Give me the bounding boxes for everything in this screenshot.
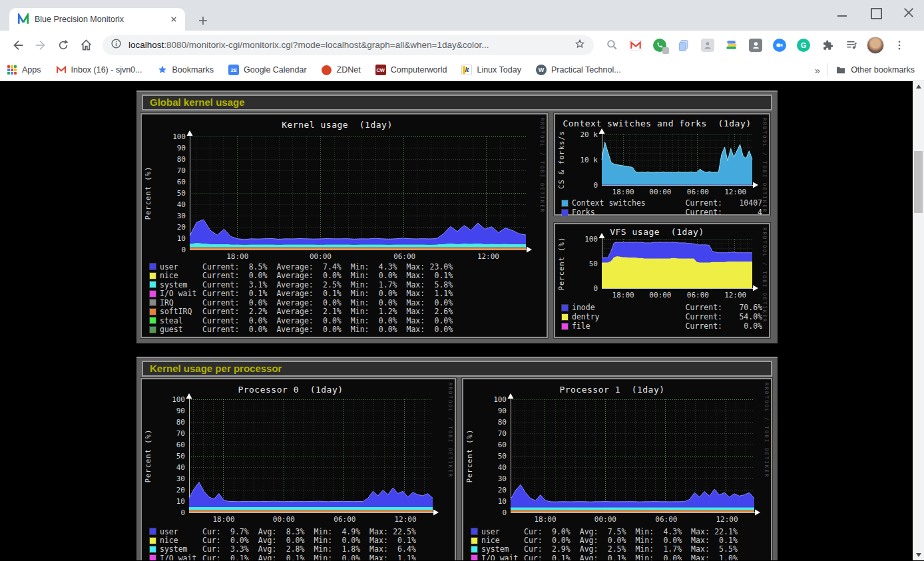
y-tick-label: 30 — [483, 474, 507, 483]
window-maximize-icon[interactable] — [868, 5, 883, 20]
legend-stat-value: 0.1% — [276, 554, 304, 560]
legend-stat-value: 0.1% — [388, 536, 416, 545]
scrollbar-thumb[interactable] — [914, 151, 923, 213]
window-minimize-icon[interactable] — [835, 5, 849, 20]
legend-stat-value: 0.1% — [221, 554, 249, 560]
bookmark-zdnet[interactable]: ZDNet — [322, 65, 361, 75]
legend-stat-label: Min: — [635, 527, 654, 536]
bookmark-linux-today[interactable]: lt Linux Today — [461, 65, 521, 75]
address-bar[interactable]: localhost:8080/monitorix-cgi/monitorix.c… — [103, 35, 594, 55]
legend-stat-value: 2.6% — [425, 307, 453, 316]
legend-stat-label: Avg: — [580, 554, 598, 560]
playlist-extension-icon[interactable] — [841, 35, 861, 55]
processor-0-graph[interactable]: Processor 0 (1day)RRDTOOL / TOBI OETIKER… — [140, 378, 456, 560]
legend-series-name: guest — [160, 325, 202, 334]
chart-legend: inodeCurrent:70.6%dentryCurrent:54.0%fil… — [562, 303, 762, 331]
gmail-extension-icon[interactable] — [626, 35, 646, 55]
plot-area[interactable] — [185, 393, 439, 519]
back-icon[interactable] — [7, 34, 29, 57]
browser-tab[interactable]: Blue Precision Monitorix — [9, 8, 185, 31]
legend-swatch — [562, 305, 568, 311]
scrollbar-down-icon[interactable] — [913, 550, 924, 560]
legend-stat-value: 23.0% — [425, 262, 453, 272]
home-icon[interactable] — [75, 34, 97, 57]
bookmark-computerworld[interactable]: CW Computerworld — [375, 65, 447, 75]
legend-stat-value: 0.0% — [543, 536, 571, 545]
chart-legend: userCurrent:8.5%Average:7.4%Min:4.3%Max:… — [150, 262, 539, 334]
legend-stat-label: Min: — [635, 544, 654, 554]
bookmarks-overflow-chevron[interactable]: » — [808, 65, 827, 76]
page-scrollbar[interactable] — [913, 81, 924, 560]
copy-pages-extension-icon[interactable] — [674, 35, 694, 55]
vfs-usage-graph[interactable]: VFS usage (1day)RRDTOOL / TOBI OETIKERPe… — [554, 223, 770, 338]
legend-series-name: nice — [481, 536, 524, 545]
legend-stat-value: 0.0% — [425, 298, 453, 307]
new-tab-button[interactable] — [194, 12, 212, 29]
bookmark-star-icon[interactable] — [574, 38, 586, 53]
search-extension-icon[interactable] — [602, 35, 622, 55]
context-switches-graph[interactable]: Context switches and forks (1day)RRDTOOL… — [554, 113, 770, 216]
reload-icon[interactable] — [52, 34, 75, 57]
legend-stat-value: 22.1% — [710, 527, 738, 536]
profile-avatar[interactable] — [865, 35, 885, 55]
legend-stat-label: Cur: — [524, 527, 543, 536]
bookmark-bookmarks[interactable]: Bookmarks — [157, 65, 214, 75]
y-axis-label: CS & forks/s — [557, 130, 565, 189]
legend-row: systemCurrent:3.1%Average:2.5%Min:1.7%Ma… — [150, 280, 539, 289]
page-info-icon[interactable] — [111, 38, 122, 52]
legend-stat-value: 5.5% — [710, 544, 738, 554]
processor-1-graph[interactable]: Processor 1 (1day)RRDTOOL / TOBI OETIKER… — [462, 378, 772, 560]
plot-area[interactable] — [598, 128, 759, 192]
forward-icon[interactable] — [29, 34, 52, 57]
bookmark-practical-technology[interactable]: W Practical Technol... — [536, 65, 621, 75]
window-close-icon[interactable] — [901, 5, 916, 20]
books-extension-icon[interactable] — [722, 35, 742, 55]
y-tick-label: 20 — [483, 486, 507, 494]
browser-menu-icon[interactable] — [889, 35, 909, 55]
legend-swatch — [471, 528, 477, 534]
plot-area[interactable] — [186, 130, 533, 256]
bookmarks-bar: Apps Inbox (16) - sjvn0... Bookmarks 28 … — [0, 59, 924, 81]
bookmark-google-calendar[interactable]: 28 Google Calendar — [228, 65, 307, 75]
legend-stat-value: 0.1% — [425, 271, 453, 280]
legend-stat-value: 8.3% — [276, 527, 304, 536]
zoom-extension-icon[interactable] — [770, 35, 790, 55]
plot-area[interactable] — [507, 393, 761, 519]
url-text: localhost:8080/monitorix-cgi/monitorix.c… — [128, 40, 574, 50]
legend-swatch — [471, 555, 477, 560]
rrdtool-watermark: RRDTOOL / TOBI OETIKER — [762, 118, 768, 213]
legend-stat-label: Average: — [276, 316, 313, 325]
other-bookmarks-button[interactable]: Other bookmarks — [835, 65, 915, 75]
section-title: Kernel usage per processor — [142, 361, 772, 377]
bookmark-inbox[interactable]: Inbox (16) - sjvn0... — [56, 65, 142, 75]
legend-stat-value: 4.3% — [654, 527, 682, 536]
legend-stat-label: Max: — [406, 262, 425, 272]
legend-stat-label: Min: — [351, 316, 369, 325]
legend-stat-value: 1.7% — [369, 280, 397, 289]
legend-stat-value: 0.0% — [654, 536, 682, 545]
scrollbar-up-icon[interactable] — [913, 81, 924, 92]
legend-stat-label: Min: — [351, 298, 369, 307]
voice-extension-icon[interactable] — [650, 35, 670, 55]
legend-stat-label: Min: — [314, 554, 332, 560]
legend-series-name: system — [160, 280, 202, 289]
legend-stat-label: Max: — [406, 280, 425, 289]
legend-series-name: I/O wait — [160, 554, 202, 560]
y-tick-label: 100 — [483, 395, 507, 404]
legend-stat-label: Current: — [202, 262, 239, 272]
legend-stat-value: 2.5% — [314, 280, 342, 289]
legend-stat-label: Avg: — [258, 527, 277, 536]
bookmark-apps[interactable]: Apps — [7, 65, 41, 75]
tab-close-icon[interactable] — [168, 13, 180, 25]
plot-area[interactable] — [598, 232, 759, 295]
legend-stat-value: 54.0% — [722, 312, 762, 321]
y-tick-label: 0 — [574, 181, 598, 190]
y-tick-label: 50 — [483, 452, 507, 461]
legend-series-name: user — [160, 527, 202, 536]
y-tick-label: 20 k — [574, 130, 598, 139]
extensions-puzzle-icon[interactable] — [817, 35, 837, 55]
grammarly-extension-icon[interactable]: G — [794, 35, 813, 55]
person-extension-icon[interactable] — [698, 35, 718, 55]
kernel-usage-graph[interactable]: Kernel usage (1day)RRDTOOL / TOBI OETIKE… — [140, 113, 548, 338]
bust-extension-icon[interactable] — [746, 35, 766, 55]
